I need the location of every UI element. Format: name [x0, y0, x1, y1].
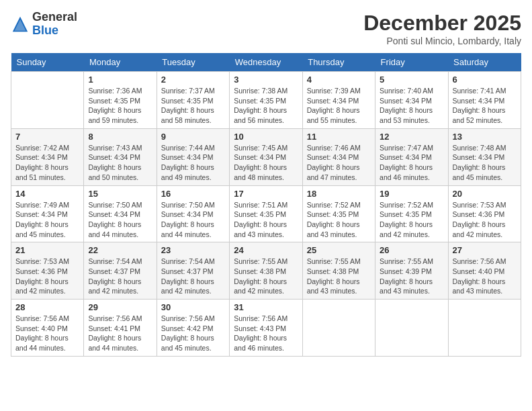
day-number: 16	[161, 189, 225, 199]
table-row: 23Sunrise: 7:54 AMSunset: 4:37 PMDayligh…	[157, 242, 229, 300]
table-row: 21Sunrise: 7:53 AMSunset: 4:36 PMDayligh…	[11, 242, 84, 300]
day-number: 30	[161, 302, 225, 312]
day-info: Sunrise: 7:55 AMSunset: 4:38 PMDaylight:…	[307, 257, 371, 296]
day-number: 29	[88, 302, 152, 312]
day-info: Sunrise: 7:46 AMSunset: 4:34 PMDaylight:…	[307, 143, 371, 183]
table-row: 15Sunrise: 7:50 AMSunset: 4:34 PMDayligh…	[84, 185, 157, 242]
table-row: 18Sunrise: 7:52 AMSunset: 4:35 PMDayligh…	[302, 185, 375, 242]
day-number: 27	[453, 245, 517, 255]
day-info: Sunrise: 7:42 AMSunset: 4:34 PMDaylight:…	[15, 143, 79, 183]
table-row: 28Sunrise: 7:56 AMSunset: 4:40 PMDayligh…	[11, 300, 84, 357]
table-row: 31Sunrise: 7:56 AMSunset: 4:43 PMDayligh…	[230, 300, 302, 357]
table-row: 30Sunrise: 7:56 AMSunset: 4:42 PMDayligh…	[157, 300, 229, 357]
day-info: Sunrise: 7:55 AMSunset: 4:38 PMDaylight:…	[234, 257, 298, 296]
table-row: 27Sunrise: 7:56 AMSunset: 4:40 PMDayligh…	[448, 242, 521, 300]
day-header: Saturday	[448, 53, 521, 72]
day-header: Thursday	[302, 53, 375, 72]
day-number: 8	[88, 132, 152, 142]
table-row: 10Sunrise: 7:45 AMSunset: 4:34 PMDayligh…	[230, 128, 302, 185]
day-number: 26	[380, 245, 443, 255]
logo-text: General Blue	[32, 11, 77, 38]
day-number: 25	[307, 245, 371, 255]
day-info: Sunrise: 7:53 AMSunset: 4:36 PMDaylight:…	[15, 257, 79, 296]
day-number: 24	[234, 245, 298, 255]
month-title: December 2025	[363, 11, 521, 36]
day-info: Sunrise: 7:54 AMSunset: 4:37 PMDaylight:…	[88, 257, 152, 296]
day-number: 23	[161, 245, 225, 255]
day-info: Sunrise: 7:56 AMSunset: 4:40 PMDaylight:…	[453, 257, 517, 296]
day-number: 13	[453, 132, 517, 142]
calendar: SundayMondayTuesdayWednesdayThursdayFrid…	[11, 53, 521, 357]
table-row: 1Sunrise: 7:36 AMSunset: 4:35 PMDaylight…	[84, 72, 157, 129]
day-number: 21	[15, 245, 79, 255]
calendar-week-row: 28Sunrise: 7:56 AMSunset: 4:40 PMDayligh…	[11, 300, 521, 357]
day-number: 11	[307, 132, 371, 142]
day-header: Friday	[375, 53, 448, 72]
day-info: Sunrise: 7:53 AMSunset: 4:36 PMDaylight:…	[453, 200, 517, 240]
table-row: 13Sunrise: 7:48 AMSunset: 4:34 PMDayligh…	[448, 128, 521, 185]
day-info: Sunrise: 7:40 AMSunset: 4:34 PMDaylight:…	[380, 86, 443, 126]
day-number: 9	[161, 132, 225, 142]
day-number: 18	[307, 189, 371, 199]
table-row: 19Sunrise: 7:52 AMSunset: 4:35 PMDayligh…	[375, 185, 448, 242]
title-area: December 2025 Ponti sul Mincio, Lombardy…	[363, 11, 521, 46]
table-row: 26Sunrise: 7:55 AMSunset: 4:39 PMDayligh…	[375, 242, 448, 300]
day-number: 14	[15, 189, 79, 199]
header-row: SundayMondayTuesdayWednesdayThursdayFrid…	[11, 53, 521, 72]
table-row: 12Sunrise: 7:47 AMSunset: 4:34 PMDayligh…	[375, 128, 448, 185]
day-header: Monday	[84, 53, 157, 72]
day-info: Sunrise: 7:54 AMSunset: 4:37 PMDaylight:…	[161, 257, 225, 296]
day-info: Sunrise: 7:44 AMSunset: 4:34 PMDaylight:…	[161, 143, 225, 183]
calendar-week-row: 7Sunrise: 7:42 AMSunset: 4:34 PMDaylight…	[11, 128, 521, 185]
day-info: Sunrise: 7:45 AMSunset: 4:34 PMDaylight:…	[234, 143, 298, 183]
day-info: Sunrise: 7:38 AMSunset: 4:35 PMDaylight:…	[234, 86, 298, 126]
table-row: 5Sunrise: 7:40 AMSunset: 4:34 PMDaylight…	[375, 72, 448, 129]
table-row	[375, 300, 448, 357]
table-row: 3Sunrise: 7:38 AMSunset: 4:35 PMDaylight…	[230, 72, 302, 129]
day-number: 20	[453, 189, 517, 199]
day-info: Sunrise: 7:49 AMSunset: 4:34 PMDaylight:…	[15, 200, 79, 240]
calendar-week-row: 14Sunrise: 7:49 AMSunset: 4:34 PMDayligh…	[11, 185, 521, 242]
day-info: Sunrise: 7:50 AMSunset: 4:34 PMDaylight:…	[161, 200, 225, 240]
day-number: 17	[234, 189, 298, 199]
table-row: 24Sunrise: 7:55 AMSunset: 4:38 PMDayligh…	[230, 242, 302, 300]
table-row: 11Sunrise: 7:46 AMSunset: 4:34 PMDayligh…	[302, 128, 375, 185]
day-info: Sunrise: 7:56 AMSunset: 4:41 PMDaylight:…	[88, 314, 152, 353]
day-number: 19	[380, 189, 443, 199]
day-info: Sunrise: 7:56 AMSunset: 4:40 PMDaylight:…	[15, 314, 79, 353]
day-info: Sunrise: 7:48 AMSunset: 4:34 PMDaylight:…	[453, 143, 517, 183]
table-row: 25Sunrise: 7:55 AMSunset: 4:38 PMDayligh…	[302, 242, 375, 300]
day-info: Sunrise: 7:52 AMSunset: 4:35 PMDaylight:…	[380, 200, 443, 240]
table-row: 16Sunrise: 7:50 AMSunset: 4:34 PMDayligh…	[157, 185, 229, 242]
day-number: 1	[88, 75, 152, 85]
day-info: Sunrise: 7:36 AMSunset: 4:35 PMDaylight:…	[88, 86, 152, 126]
day-header: Sunday	[11, 53, 84, 72]
day-info: Sunrise: 7:56 AMSunset: 4:43 PMDaylight:…	[234, 314, 298, 353]
location: Ponti sul Mincio, Lombardy, Italy	[363, 36, 521, 46]
day-number: 6	[453, 75, 517, 85]
header: General Blue December 2025 Ponti sul Min…	[11, 11, 521, 46]
table-row	[448, 300, 521, 357]
table-row: 7Sunrise: 7:42 AMSunset: 4:34 PMDaylight…	[11, 128, 84, 185]
day-number: 28	[15, 302, 79, 312]
day-info: Sunrise: 7:55 AMSunset: 4:39 PMDaylight:…	[380, 257, 443, 296]
table-row: 17Sunrise: 7:51 AMSunset: 4:35 PMDayligh…	[230, 185, 302, 242]
day-header: Tuesday	[157, 53, 229, 72]
logo-blue: Blue	[32, 24, 77, 38]
table-row: 6Sunrise: 7:41 AMSunset: 4:34 PMDaylight…	[448, 72, 521, 129]
day-number: 31	[234, 302, 298, 312]
day-info: Sunrise: 7:37 AMSunset: 4:35 PMDaylight:…	[161, 86, 225, 126]
day-number: 3	[234, 75, 298, 85]
table-row: 29Sunrise: 7:56 AMSunset: 4:41 PMDayligh…	[84, 300, 157, 357]
table-row	[302, 300, 375, 357]
calendar-week-row: 21Sunrise: 7:53 AMSunset: 4:36 PMDayligh…	[11, 242, 521, 300]
day-info: Sunrise: 7:39 AMSunset: 4:34 PMDaylight:…	[307, 86, 371, 126]
day-header: Wednesday	[230, 53, 302, 72]
day-info: Sunrise: 7:50 AMSunset: 4:34 PMDaylight:…	[88, 200, 152, 240]
day-info: Sunrise: 7:41 AMSunset: 4:34 PMDaylight:…	[453, 86, 517, 126]
calendar-week-row: 1Sunrise: 7:36 AMSunset: 4:35 PMDaylight…	[11, 72, 521, 129]
table-row: 14Sunrise: 7:49 AMSunset: 4:34 PMDayligh…	[11, 185, 84, 242]
day-number: 12	[380, 132, 443, 142]
table-row: 9Sunrise: 7:44 AMSunset: 4:34 PMDaylight…	[157, 128, 229, 185]
day-number: 5	[380, 75, 443, 85]
